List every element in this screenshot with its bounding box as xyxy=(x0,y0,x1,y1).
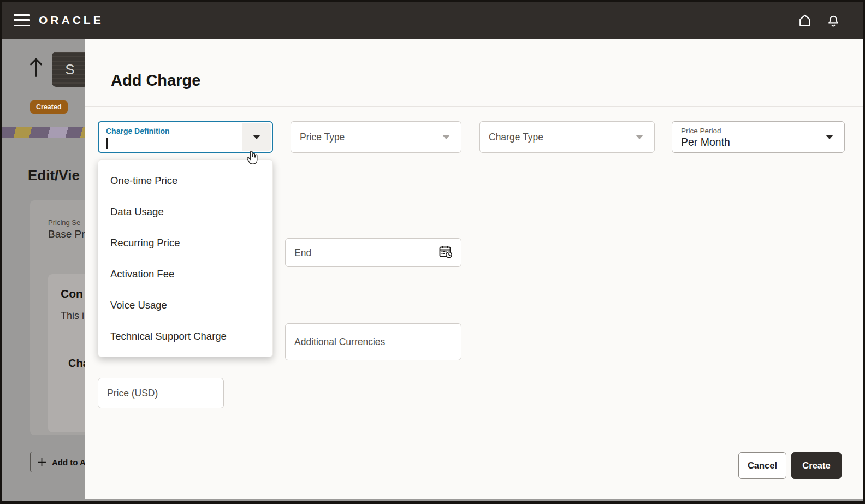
dropdown-option[interactable]: Recurring Price xyxy=(98,227,272,258)
dialog-title: Add Charge xyxy=(111,72,200,90)
card-heading: Con xyxy=(61,287,83,300)
card-body-text: This i xyxy=(61,310,84,322)
price-usd-field[interactable]: Price (USD) xyxy=(98,378,224,408)
chevron-down-icon xyxy=(826,135,833,139)
dropdown-option[interactable]: Technical Support Charge xyxy=(98,321,272,352)
cursor-pointer-icon xyxy=(245,150,260,168)
create-button[interactable]: Create xyxy=(791,452,842,479)
add-to-button-label: Add to A xyxy=(52,458,85,467)
app-window: ORACLE S Created Edit/Vie Pricin xyxy=(2,2,863,501)
add-to-button[interactable]: Add to A xyxy=(30,452,85,472)
charge-type-label: Charge Type xyxy=(489,132,543,143)
end-date-label: End xyxy=(294,247,311,258)
home-icon[interactable] xyxy=(797,12,813,28)
menu-icon[interactable] xyxy=(14,14,30,26)
calendar-clock-icon[interactable] xyxy=(438,244,453,262)
charge-type-field[interactable]: Charge Type xyxy=(479,121,655,153)
price-period-label: Price Period xyxy=(681,127,721,135)
pricing-set-value: Base Pri xyxy=(48,228,85,240)
pricing-inner-card: Con This i Cha xyxy=(48,274,85,432)
pricing-panel: Pricing Se Base Pri Con This i Cha xyxy=(30,200,85,435)
thumbnail-letter: S xyxy=(65,61,74,78)
price-type-field[interactable]: Price Type xyxy=(291,121,461,153)
scroll-to-top-icon[interactable] xyxy=(28,56,44,80)
footer-divider xyxy=(85,431,863,431)
top-app-bar: ORACLE xyxy=(2,2,863,39)
add-charge-dialog: Add Charge Charge Definition Price Type … xyxy=(85,39,863,499)
product-thumbnail[interactable]: S xyxy=(52,52,85,87)
price-type-label: Price Type xyxy=(300,132,345,143)
decorative-banner xyxy=(2,127,85,138)
dropdown-option[interactable]: Activation Fee xyxy=(98,258,272,289)
text-caret xyxy=(106,138,108,149)
dropdown-option[interactable]: Data Usage xyxy=(98,196,272,227)
chevron-down-icon xyxy=(636,135,643,139)
cancel-button[interactable]: Cancel xyxy=(738,452,786,479)
charge-definition-dropdown-button[interactable] xyxy=(242,123,271,151)
chevron-down-icon xyxy=(442,135,450,139)
pricing-set-label: Pricing Se xyxy=(48,218,80,227)
charge-definition-field[interactable]: Charge Definition xyxy=(98,121,273,153)
plus-icon xyxy=(37,458,46,467)
charge-definition-dropdown-list: One-time Price Data Usage Recurring Pric… xyxy=(98,159,273,357)
topbar-actions xyxy=(797,12,842,28)
additional-currencies-field[interactable]: Additional Currencies xyxy=(285,323,461,360)
oracle-logo: ORACLE xyxy=(39,14,104,27)
price-usd-label: Price (USD) xyxy=(107,388,158,399)
additional-currencies-label: Additional Currencies xyxy=(294,336,385,348)
price-period-value: Per Month xyxy=(681,136,730,149)
chevron-down-icon xyxy=(253,135,260,139)
charge-definition-label: Charge Definition xyxy=(106,127,170,135)
status-badge: Created xyxy=(30,100,68,114)
screenshot-frame: ORACLE S Created Edit/Vie Pricin xyxy=(0,0,865,504)
price-period-field[interactable]: Price Period Per Month xyxy=(672,121,845,153)
header-divider xyxy=(85,106,863,107)
dropdown-option[interactable]: One-time Price xyxy=(98,165,272,196)
notifications-bell-icon[interactable] xyxy=(825,12,842,28)
end-date-field[interactable]: End xyxy=(285,238,461,267)
page-title: Edit/Vie xyxy=(28,167,80,184)
dropdown-option[interactable]: Voice Usage xyxy=(98,289,272,321)
dimmed-background-page: S Created Edit/Vie Pricing Se Base Pri C… xyxy=(2,39,85,501)
card-subheading: Cha xyxy=(68,357,85,370)
